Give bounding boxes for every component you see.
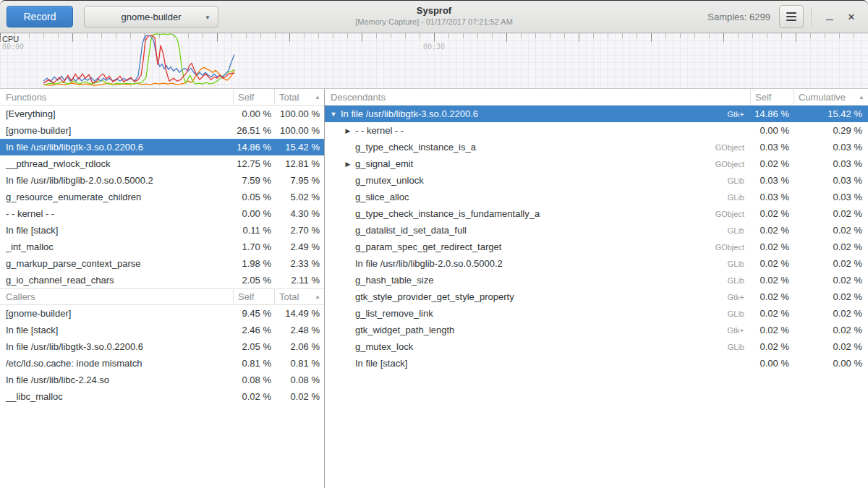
expander-expanded-icon[interactable]: ▼ xyxy=(328,111,339,118)
cumulative-percent: 0.02 % xyxy=(793,291,868,302)
symbol-name: gtk_widget_path_length xyxy=(354,325,727,335)
self-percent: 0.00 % xyxy=(750,358,793,369)
left-panel: Functions Self Total ▲ [Everything]0.00 … xyxy=(0,89,325,488)
library-badge: Gtk+ xyxy=(727,110,750,119)
table-row[interactable]: __pthread_rwlock_rdlock12.75 %12.81 % xyxy=(0,155,324,172)
descendants-column-header[interactable]: Descendants xyxy=(325,92,750,103)
descendants-self-column-header[interactable]: Self xyxy=(750,89,793,105)
symbol-name: g_mutex_unlock xyxy=(354,175,728,186)
descendants-table-header: Descendants Self Cumulative ▲ xyxy=(325,89,868,106)
table-row[interactable]: In file [stack]2.46 %2.48 % xyxy=(0,322,324,338)
table-row[interactable]: [Everything]0.00 %100.00 % xyxy=(0,106,324,122)
cpu-line-red xyxy=(43,35,234,83)
table-row[interactable]: In file [stack]0.11 %2.70 % xyxy=(0,222,324,239)
table-row[interactable]: g_hash_table_sizeGLib0.02 %0.02 % xyxy=(325,272,868,288)
minimize-button[interactable] xyxy=(819,6,841,27)
functions-self-column-header[interactable]: Self xyxy=(233,89,274,105)
symbol-name: __libc_malloc xyxy=(0,391,233,402)
symbol-name: [gnome-builder] xyxy=(0,125,233,136)
cumulative-percent: 0.02 % xyxy=(793,341,868,352)
table-row[interactable]: In file /usr/lib/libgtk-3.so.0.2200.614.… xyxy=(0,139,324,155)
table-row[interactable]: gtk_style_provider_get_style_propertyGtk… xyxy=(325,288,868,305)
self-percent: 0.02 % xyxy=(750,208,793,219)
total-percent: 2.48 % xyxy=(274,325,324,335)
table-row[interactable]: ▶g_signal_emitGObject0.02 %0.03 % xyxy=(325,155,868,172)
table-row[interactable]: __libc_malloc0.02 %0.02 % xyxy=(0,388,324,405)
table-row[interactable]: _int_malloc1.70 %2.49 % xyxy=(0,239,324,255)
table-row[interactable]: In file /usr/lib/libgtk-3.so.0.2200.62.0… xyxy=(0,338,324,355)
total-percent: 5.02 % xyxy=(274,192,324,202)
table-row[interactable]: In file /usr/lib/libglib-2.0.so.0.5000.2… xyxy=(0,172,324,189)
callers-table: [gnome-builder]9.45 %14.49 %In file [sta… xyxy=(0,305,324,405)
library-badge: GLib xyxy=(728,193,750,202)
self-percent: 14.86 % xyxy=(233,142,274,153)
table-row[interactable]: [gnome-builder]9.45 %14.49 % xyxy=(0,305,324,322)
table-row[interactable]: gtk_widget_path_lengthGtk+0.02 %0.02 % xyxy=(325,322,868,338)
table-row[interactable]: g_resource_enumerate_children0.05 %5.02 … xyxy=(0,189,324,205)
table-row[interactable]: In file /usr/lib/libglib-2.0.so.0.5000.2… xyxy=(325,255,868,272)
cumulative-percent: 0.00 % xyxy=(793,358,868,369)
table-row[interactable]: g_param_spec_get_redirect_targetGObject0… xyxy=(325,239,868,255)
self-percent: 0.02 % xyxy=(750,308,793,319)
expander-collapsed-icon[interactable]: ▶ xyxy=(342,160,354,168)
self-percent: 0.02 % xyxy=(750,325,793,335)
table-row[interactable]: In file [stack]0.00 %0.00 % xyxy=(325,355,868,372)
symbol-name: __pthread_rwlock_rdlock xyxy=(0,158,233,169)
self-percent: 0.02 % xyxy=(750,275,793,286)
table-row[interactable]: g_mutex_unlockGLib0.03 %0.03 % xyxy=(325,172,868,189)
table-row[interactable]: g_mutex_lockGLib0.02 %0.02 % xyxy=(325,338,868,355)
table-row[interactable]: In file /usr/lib/libc-2.24.so0.08 %0.08 … xyxy=(0,372,324,388)
table-row[interactable]: g_io_channel_read_chars2.05 %2.11 % xyxy=(0,272,324,288)
self-percent: 12.75 % xyxy=(233,158,274,169)
callers-table-header: Callers Self Total ▲ xyxy=(0,288,324,305)
callers-column-header[interactable]: Callers xyxy=(0,291,233,302)
functions-total-column-header[interactable]: Total ▲ xyxy=(274,89,324,105)
library-badge: Gtk+ xyxy=(727,293,750,301)
expander-collapsed-icon[interactable]: ▶ xyxy=(342,127,354,134)
callers-total-column-header[interactable]: Total ▲ xyxy=(274,289,324,304)
cpu-graph[interactable]: CPU 00:00 00:30 xyxy=(0,33,868,89)
table-row[interactable]: /etc/ld.so.cache: inode mismatch0.81 %0.… xyxy=(0,355,324,372)
cumulative-percent: 0.02 % xyxy=(793,308,868,319)
symbol-name: In file [stack] xyxy=(354,358,744,369)
table-row[interactable]: g_slice_allocGLib0.03 %0.03 % xyxy=(325,189,868,205)
self-percent: 7.59 % xyxy=(233,175,274,186)
functions-column-header[interactable]: Functions xyxy=(0,92,233,103)
symbol-name: - - kernel - - xyxy=(0,208,233,219)
table-row[interactable]: g_type_check_instance_is_fundamentally_a… xyxy=(325,205,868,222)
cumulative-percent: 0.02 % xyxy=(793,208,868,219)
functions-table: [Everything]0.00 %100.00 %[gnome-builder… xyxy=(0,106,324,288)
close-button[interactable]: ✕ xyxy=(841,6,862,27)
record-button[interactable]: Record xyxy=(7,6,73,27)
self-percent: 0.02 % xyxy=(750,158,793,169)
symbol-name: g_datalist_id_set_data_full xyxy=(354,225,728,236)
self-percent: 0.00 % xyxy=(750,125,793,136)
symbol-name: In file [stack] xyxy=(0,325,233,335)
right-panel: Descendants Self Cumulative ▲ ▼In file /… xyxy=(325,89,868,488)
table-row[interactable]: [gnome-builder]26.51 %100.00 % xyxy=(0,122,324,139)
table-row[interactable]: ▼In file /usr/lib/libgtk-3.so.0.2200.6Gt… xyxy=(325,106,868,122)
table-row[interactable]: - - kernel - -0.00 %4.30 % xyxy=(0,205,324,222)
table-row[interactable]: ▶- - kernel - -0.00 %0.29 % xyxy=(325,122,868,139)
library-badge: Gtk+ xyxy=(727,326,750,335)
table-row[interactable]: g_datalist_id_set_data_fullGLib0.02 %0.0… xyxy=(325,222,868,239)
descendants-cumulative-column-header[interactable]: Cumulative ▲ xyxy=(793,89,868,105)
menu-button[interactable] xyxy=(779,5,804,28)
symbol-name: In file /usr/lib/libgtk-3.so.0.2200.6 xyxy=(339,108,727,119)
process-selector-dropdown[interactable]: gnome-builder ▼ xyxy=(84,6,218,27)
table-row[interactable]: g_type_check_instance_is_aGObject0.03 %0… xyxy=(325,139,868,155)
minimize-icon xyxy=(826,20,833,21)
library-badge: GObject xyxy=(715,243,750,252)
self-percent: 0.02 % xyxy=(750,291,793,302)
symbol-name: [Everything] xyxy=(0,108,233,119)
table-row[interactable]: g_list_remove_linkGLib0.02 %0.02 % xyxy=(325,305,868,322)
callers-self-column-header[interactable]: Self xyxy=(233,289,274,304)
cumulative-percent: 0.29 % xyxy=(793,125,868,136)
capture-subtitle: [Memory Capture] - 01/17/2017 07:21:52 A… xyxy=(217,17,651,26)
self-percent: 2.05 % xyxy=(233,275,274,286)
self-percent: 9.45 % xyxy=(233,308,274,319)
self-percent: 0.00 % xyxy=(233,208,274,219)
self-percent: 14.86 % xyxy=(750,108,793,119)
table-row[interactable]: g_markup_parse_context_parse1.98 %2.33 % xyxy=(0,255,324,272)
chevron-down-icon: ▼ xyxy=(205,14,210,21)
